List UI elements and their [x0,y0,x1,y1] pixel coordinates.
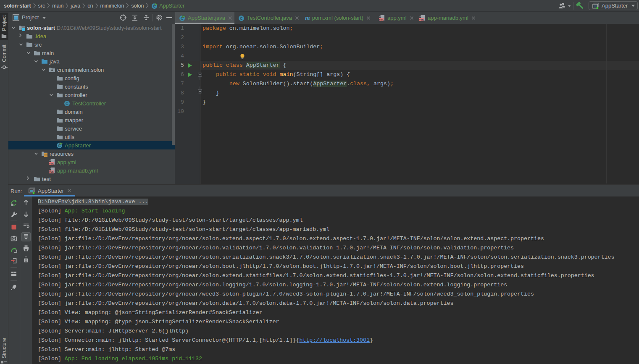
svg-text:YML: YML [49,162,54,165]
svg-text:C: C [66,101,68,106]
svg-text:C: C [240,16,243,21]
svg-text:YML: YML [49,171,54,173]
svg-text:YML: YML [379,18,384,21]
svg-text:YML: YML [419,18,424,21]
